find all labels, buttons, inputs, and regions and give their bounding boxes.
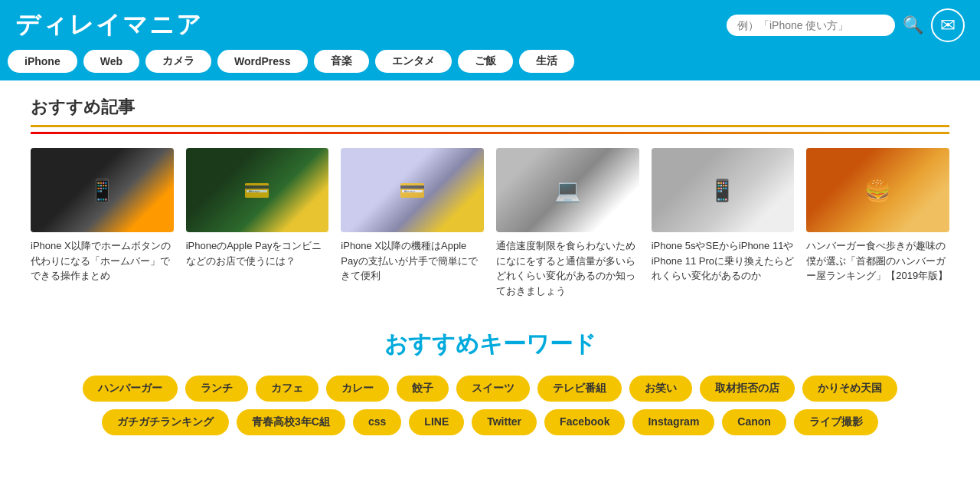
search-icon: 🔍 <box>903 15 923 34</box>
keyword-tv[interactable]: テレビ番組 <box>537 376 622 402</box>
keyword-twitter[interactable]: Twitter <box>472 409 537 435</box>
article-thumb-4: 📱 <box>652 148 795 232</box>
keyword-gyoza[interactable]: 餃子 <box>397 376 449 402</box>
nav-item-iphone[interactable]: iPhone <box>8 50 77 73</box>
section-divider <box>31 132 949 134</box>
article-title-2: iPhone X以降の機種はApple Payの支払いが片手で簡単にできて便利 <box>341 238 484 284</box>
article-card-0[interactable]: 📱 iPhone X以降でホームボタンの代わりになる「ホームバー」でできる操作ま… <box>31 148 174 298</box>
article-card-4[interactable]: 📱 iPhone 5sやSEからiPhone 11やiPhone 11 Proに… <box>652 148 795 298</box>
keywords-row-1: ガチガチランキング 青春高校3年C組 css LINE Twitter Face… <box>31 409 949 435</box>
article-title-4: iPhone 5sやSEからiPhone 11やiPhone 11 Proに乗り… <box>652 238 795 284</box>
nav-item-food[interactable]: ご飯 <box>458 50 513 73</box>
keyword-hamburger[interactable]: ハンバーガー <box>83 376 178 402</box>
article-thumb-2: 💳 <box>341 148 484 232</box>
articles-grid: 📱 iPhone X以降でホームボタンの代わりになる「ホームバー」でできる操作ま… <box>31 148 949 298</box>
nav-item-web[interactable]: Web <box>83 50 139 73</box>
keyword-line[interactable]: LINE <box>409 409 464 435</box>
nav-item-camera[interactable]: カメラ <box>145 50 211 73</box>
nav-item-life[interactable]: 生活 <box>519 50 574 73</box>
main-content: おすすめ記事 📱 iPhone X以降でホームボタンの代わりになる「ホームバー」… <box>15 80 965 474</box>
article-title-0: iPhone X以降でホームボタンの代わりになる「ホームバー」でできる操作まとめ <box>31 238 174 284</box>
keyword-instagram[interactable]: Instagram <box>632 409 714 435</box>
keyword-facebook[interactable]: Facebook <box>544 409 625 435</box>
search-button[interactable]: 🔍 <box>903 15 923 35</box>
mail-button[interactable]: ✉ <box>931 8 965 42</box>
header-right: 🔍 ✉ <box>727 8 965 42</box>
article-card-3[interactable]: 💻 通信速度制限を食らわないためになにをすると通信量が多いらどれくらい変化がある… <box>496 148 639 298</box>
keyword-lunch[interactable]: ランチ <box>185 376 248 402</box>
keywords-row-0: ハンバーガー ランチ カフェ カレー 餃子 スイーツ テレビ番組 お笑い 取材拒… <box>31 376 949 402</box>
article-card-1[interactable]: 💳 iPhoneのApple Payをコンビニなどのお店で使うには？ <box>186 148 329 298</box>
header: ディレイマニア 🔍 ✉ <box>0 0 980 50</box>
article-title-1: iPhoneのApple Payをコンビニなどのお店で使うには？ <box>186 238 329 268</box>
keyword-karisometen[interactable]: かりそめ天国 <box>802 376 897 402</box>
article-thumb-5: 🍔 <box>806 148 949 232</box>
search-box[interactable] <box>727 15 895 36</box>
mail-icon: ✉ <box>940 15 956 36</box>
nav-item-music[interactable]: 音楽 <box>314 50 369 73</box>
keyword-seishun[interactable]: 青春高校3年C組 <box>237 409 345 435</box>
nav-item-wordpress[interactable]: WordPress <box>217 50 308 73</box>
article-thumb-1: 💳 <box>186 148 329 232</box>
keyword-cafe[interactable]: カフェ <box>256 376 318 402</box>
article-card-2[interactable]: 💳 iPhone X以降の機種はApple Payの支払いが片手で簡単にできて便… <box>341 148 484 298</box>
article-card-5[interactable]: 🍔 ハンバーガー食べ歩きが趣味の僕が選ぶ「首都圏のハンバーガー屋ランキング」【2… <box>806 148 949 298</box>
keyword-nointerview[interactable]: 取材拒否の店 <box>700 376 795 402</box>
keywords-section: おすすめキーワード ハンバーガー ランチ カフェ カレー 餃子 スイーツ テレビ… <box>31 329 949 435</box>
keyword-css[interactable]: css <box>353 409 401 435</box>
nav: iPhone Web カメラ WordPress 音楽 エンタメ ご飯 生活 <box>0 50 980 80</box>
article-thumb-3: 💻 <box>496 148 639 232</box>
recommended-title: おすすめ記事 <box>31 96 949 127</box>
article-title-3: 通信速度制限を食らわないためになにをすると通信量が多いらどれくらい変化があるのか… <box>496 238 639 298</box>
site-title: ディレイマニア <box>15 8 203 42</box>
search-input[interactable] <box>737 19 884 31</box>
keyword-liveshooting[interactable]: ライブ撮影 <box>794 409 878 435</box>
article-thumb-0: 📱 <box>31 148 174 232</box>
recommended-section: おすすめ記事 📱 iPhone X以降でホームボタンの代わりになる「ホームバー」… <box>31 96 949 298</box>
article-title-5: ハンバーガー食べ歩きが趣味の僕が選ぶ「首都圏のハンバーガー屋ランキング」【201… <box>806 238 949 284</box>
nav-item-entertainment[interactable]: エンタメ <box>375 50 452 73</box>
keyword-canon[interactable]: Canon <box>722 409 786 435</box>
keywords-heading: おすすめキーワード <box>31 329 949 360</box>
keyword-curry[interactable]: カレー <box>326 376 389 402</box>
keyword-sweets[interactable]: スイーツ <box>456 376 530 402</box>
keyword-gachiranking[interactable]: ガチガチランキング <box>102 409 229 435</box>
keyword-owarai[interactable]: お笑い <box>629 376 692 402</box>
